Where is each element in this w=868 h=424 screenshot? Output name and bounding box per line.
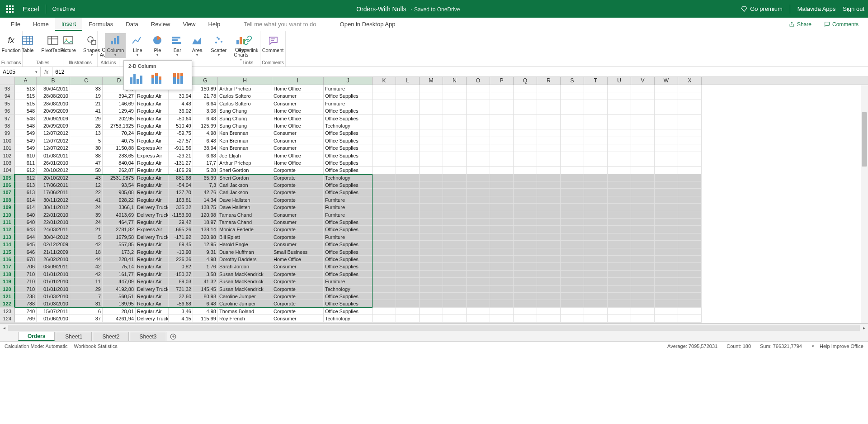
cell[interactable]: 2531,0875 (103, 174, 136, 181)
cell[interactable] (467, 271, 490, 278)
cell[interactable] (655, 100, 678, 107)
cell[interactable]: 146,69 (103, 100, 136, 107)
cell[interactable] (490, 204, 514, 211)
cell[interactable]: 643 (15, 226, 37, 233)
cell[interactable] (443, 211, 467, 219)
cell[interactable] (678, 248, 702, 256)
cell[interactable]: Express Air (136, 226, 169, 233)
cell[interactable]: Home Office (272, 122, 324, 129)
cell[interactable]: 510,49 (169, 122, 193, 129)
cell[interactable] (373, 159, 396, 167)
cell[interactable]: Regular Air (136, 129, 169, 137)
row-header[interactable]: 97 (0, 115, 15, 122)
cell[interactable]: 115,99 (193, 315, 218, 322)
cell[interactable]: Tamara Chand (218, 211, 272, 219)
area-chart-button[interactable]: Area ▾ (189, 33, 205, 58)
cell[interactable] (420, 159, 443, 167)
cell[interactable]: Furniture (324, 196, 373, 204)
cell[interactable] (584, 115, 608, 122)
cell[interactable] (373, 278, 396, 285)
cell[interactable]: 4913,69 (103, 211, 136, 219)
cell[interactable]: Consumer (272, 263, 324, 270)
cell[interactable]: Corporate (272, 226, 324, 233)
cell[interactable]: Regular Air (136, 159, 169, 167)
cell[interactable] (561, 293, 584, 300)
cell[interactable] (678, 293, 702, 300)
cell[interactable] (490, 241, 514, 248)
cell[interactable] (584, 219, 608, 226)
cell[interactable]: Sung Chung (218, 107, 272, 114)
cell[interactable] (608, 189, 631, 196)
cell[interactable]: 6,64 (193, 100, 218, 107)
cell[interactable] (537, 241, 561, 248)
cell[interactable] (373, 308, 396, 315)
tab-view[interactable]: View (176, 18, 202, 31)
cell[interactable] (490, 189, 514, 196)
cell[interactable]: 4192,88 (103, 286, 136, 293)
cell[interactable] (655, 174, 678, 181)
cell[interactable] (467, 248, 490, 256)
cell[interactable]: Office Supplies (324, 144, 373, 152)
column-header[interactable]: P (490, 77, 514, 85)
row-header[interactable]: 120 (0, 286, 15, 293)
cell[interactable]: 36,02 (169, 107, 193, 114)
row-header[interactable]: 117 (0, 263, 15, 270)
cell[interactable] (655, 211, 678, 219)
cell[interactable] (396, 85, 420, 92)
cell[interactable]: 710 (15, 286, 37, 293)
row-header[interactable]: 119 (0, 278, 15, 285)
cell[interactable]: 08/09/2011 (37, 263, 70, 270)
row-header[interactable]: 99 (0, 129, 15, 137)
cell[interactable]: Consumer (272, 315, 324, 322)
cell[interactable]: 22/01/2010 (37, 211, 70, 219)
cell[interactable] (655, 248, 678, 256)
cell[interactable] (396, 204, 420, 211)
cell[interactable]: 138,14 (193, 226, 218, 233)
cell[interactable] (420, 241, 443, 248)
cell[interactable]: Office Supplies (324, 248, 373, 256)
cell[interactable] (396, 196, 420, 204)
cell[interactable] (561, 115, 584, 122)
cell[interactable] (443, 167, 467, 174)
cell[interactable]: -226,36 (169, 256, 193, 263)
cell[interactable] (396, 256, 420, 263)
cell[interactable] (561, 300, 584, 307)
horizontal-scrollbar[interactable]: ◂ ▸ (0, 324, 868, 332)
cell[interactable] (467, 315, 490, 322)
cell[interactable] (584, 286, 608, 293)
cell[interactable] (467, 189, 490, 196)
cell[interactable] (467, 278, 490, 285)
cell[interactable]: -695,26 (169, 226, 193, 233)
cell[interactable] (678, 100, 702, 107)
cell[interactable]: 21,78 (193, 92, 218, 100)
cell[interactable]: -166,29 (169, 167, 193, 174)
cell[interactable]: Regular Air (136, 271, 169, 278)
cell[interactable] (490, 152, 514, 159)
cell[interactable] (373, 122, 396, 129)
cell[interactable] (396, 241, 420, 248)
cell[interactable] (490, 300, 514, 307)
column-header[interactable]: L (396, 77, 420, 85)
cell[interactable]: 33 (70, 85, 103, 92)
clustered-column-option[interactable] (128, 72, 144, 85)
cell[interactable]: 24 (70, 204, 103, 211)
cell[interactable] (678, 233, 702, 241)
cell[interactable] (443, 144, 467, 152)
cell[interactable] (490, 211, 514, 219)
cell[interactable]: Duane Huffman (218, 248, 272, 256)
cell[interactable]: 17,7 (193, 159, 218, 167)
cell[interactable] (396, 271, 420, 278)
cell[interactable] (561, 189, 584, 196)
cell[interactable] (678, 159, 702, 167)
cell[interactable]: 447,09 (103, 278, 136, 285)
vertical-scrollbar[interactable] (861, 85, 868, 323)
cell[interactable] (396, 293, 420, 300)
cell[interactable]: 3,08 (193, 107, 218, 114)
cell[interactable] (631, 115, 655, 122)
service-name[interactable]: OneDrive (52, 6, 75, 12)
cell[interactable] (631, 233, 655, 241)
cell[interactable]: Regular Air (136, 293, 169, 300)
cell[interactable]: -29,21 (169, 152, 193, 159)
cell[interactable] (490, 181, 514, 189)
cell[interactable]: -27,57 (169, 137, 193, 144)
